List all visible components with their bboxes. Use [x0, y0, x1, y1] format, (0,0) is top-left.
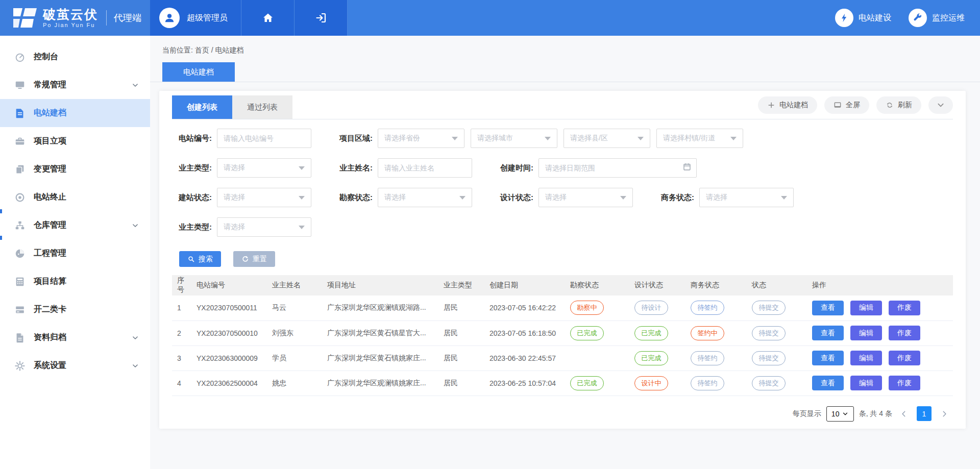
target-icon	[14, 192, 26, 203]
city-select[interactable]: 请选择城市	[471, 129, 557, 148]
owner-type-select[interactable]: 请选择	[217, 158, 311, 178]
fullscreen-icon	[834, 101, 842, 109]
breadcrumb-home[interactable]: 首页	[195, 46, 209, 54]
content-card: 创建列表 通过列表 电站建档 全屏 刷新 电站编号:	[159, 91, 966, 429]
create-date: 2023-06-25 10:57:04	[486, 371, 567, 396]
sidebar-item-station-termination[interactable]: 电站终止	[0, 183, 150, 211]
create-date: 2023-07-05 16:18:50	[486, 320, 567, 345]
county-select[interactable]: 请选择县/区	[564, 129, 650, 148]
table-body: 1YX2023070500011马云广东深圳龙华区观澜镇观湖路...居民2023…	[172, 295, 953, 396]
status-cell: 待提交	[749, 295, 809, 320]
void-button[interactable]: 作废	[889, 326, 920, 340]
prev-page-button[interactable]	[897, 407, 911, 421]
row-index: 4	[172, 371, 193, 396]
home-button[interactable]	[241, 0, 295, 36]
row-index: 2	[172, 320, 193, 345]
station-code: YX2023062500004	[193, 371, 269, 396]
nav-label: 监控运维	[932, 13, 965, 23]
nav-monitoring-ops[interactable]: 监控运维	[909, 9, 965, 27]
sidebar-item-warehouse-management[interactable]: 仓库管理	[0, 211, 150, 239]
owner-name-input[interactable]	[378, 158, 472, 178]
sidebar-item-data-archive[interactable]: 资料归档	[0, 324, 150, 352]
monitor-icon	[14, 80, 26, 91]
sidebar-item-system-settings[interactable]: 系统设置	[0, 352, 150, 380]
reset-button[interactable]: 重置	[233, 251, 275, 267]
status-cell	[567, 345, 631, 371]
sidebar-item-general-management[interactable]: 常规管理	[0, 71, 150, 99]
field-label: 建站状态:	[172, 193, 212, 203]
sidebar-item-engineering-management[interactable]: 工程管理	[0, 239, 150, 267]
village-select[interactable]: 请选择村镇/街道	[656, 129, 743, 148]
create-station-filing-button[interactable]: 电站建档	[758, 96, 817, 114]
edit-button[interactable]: 编辑	[850, 376, 882, 390]
owner-type: 居民	[440, 320, 486, 345]
portal-label: 代理端	[114, 12, 141, 24]
status-cell: 已完成	[631, 320, 688, 345]
search-button[interactable]: 搜索	[179, 251, 221, 267]
next-page-button[interactable]	[938, 407, 951, 421]
row-actions: 查看编辑作废	[809, 371, 953, 396]
void-button[interactable]: 作废	[889, 301, 920, 315]
owner-type: 居民	[440, 295, 486, 320]
sidebar-item-label: 常规管理	[34, 80, 132, 90]
province-select[interactable]: 请选择省份	[378, 129, 464, 148]
sidebar-item-project-initiation[interactable]: 项目立项	[0, 127, 150, 155]
nav-station-construction[interactable]: 电站建设	[835, 9, 891, 27]
view-button[interactable]: 查看	[812, 326, 844, 340]
field-label: 勘察状态:	[333, 193, 373, 203]
per-page-select[interactable]: 10	[826, 406, 854, 422]
chevron-down-icon	[132, 222, 139, 229]
sidebar-item-label: 电站建档	[34, 108, 139, 118]
case-icon	[14, 136, 26, 147]
station-code-input[interactable]	[217, 129, 311, 148]
sidebar-item-console[interactable]: 控制台	[0, 43, 150, 71]
void-button[interactable]: 作废	[889, 376, 920, 390]
row-index: 1	[172, 295, 193, 320]
build-status-select[interactable]: 请选择	[217, 188, 311, 207]
breadcrumb-separator: /	[211, 46, 213, 54]
owner-type2-select[interactable]: 请选择	[217, 217, 311, 237]
sitemap-icon	[14, 220, 26, 231]
status-badge: 待提交	[752, 326, 786, 340]
search-icon	[187, 255, 195, 263]
page-number-current[interactable]: 1	[917, 406, 932, 421]
list-tabbar: 创建列表 通过列表 电站建档 全屏 刷新	[172, 91, 953, 119]
field-label: 电站编号:	[172, 134, 212, 143]
tab-passed-list[interactable]: 通过列表	[232, 95, 292, 119]
fullscreen-button[interactable]: 全屏	[824, 96, 869, 114]
column-header: 项目地址	[324, 275, 440, 295]
tab-create-list[interactable]: 创建列表	[172, 95, 232, 119]
status-cell: 待签约	[688, 345, 749, 371]
view-button[interactable]: 查看	[812, 351, 844, 365]
sidebar-item-second-type-card[interactable]: 开二类卡	[0, 295, 150, 324]
edit-button[interactable]: 编辑	[850, 301, 882, 315]
create-time-input[interactable]	[538, 158, 697, 178]
copy-icon	[14, 164, 26, 175]
breadcrumb-current: 电站建档	[215, 46, 243, 54]
view-button[interactable]: 查看	[812, 301, 844, 315]
user-menu[interactable]: 超级管理员	[150, 0, 241, 36]
chevron-down-icon	[132, 334, 139, 341]
owner-type: 居民	[440, 345, 486, 371]
create-date: 2023-07-05 16:42:22	[486, 295, 567, 320]
edit-button[interactable]: 编辑	[850, 351, 882, 365]
logo-text: 破茧云伏 Po Jian Yun Fu	[43, 8, 98, 29]
sidebar-item-project-settlement[interactable]: 项目结算	[0, 267, 150, 295]
chevron-down-icon	[132, 82, 139, 89]
business-status-select[interactable]: 请选择	[699, 188, 794, 207]
row-actions: 查看编辑作废	[809, 295, 953, 320]
void-button[interactable]: 作废	[889, 351, 920, 365]
edit-button[interactable]: 编辑	[850, 326, 882, 340]
sidebar-item-change-management[interactable]: 变更管理	[0, 155, 150, 183]
refresh-button[interactable]: 刷新	[876, 96, 921, 114]
business-status-badge: 待签约	[691, 351, 724, 365]
logout-button[interactable]	[295, 0, 348, 36]
app-header: 破茧云伏 Po Jian Yun Fu 代理端 超级管理员 电站建设 监控运维	[0, 0, 980, 36]
design-status-select[interactable]: 请选择	[538, 188, 633, 207]
sidebar-item-station-filing[interactable]: 电站建档	[0, 99, 150, 127]
view-button[interactable]: 查看	[812, 376, 844, 390]
survey-status-select[interactable]: 请选择	[378, 188, 472, 207]
sidebar-item-label: 资料归档	[34, 332, 132, 343]
page-tab-station-filing[interactable]: 电站建档	[162, 62, 235, 82]
collapse-button[interactable]	[928, 96, 953, 114]
